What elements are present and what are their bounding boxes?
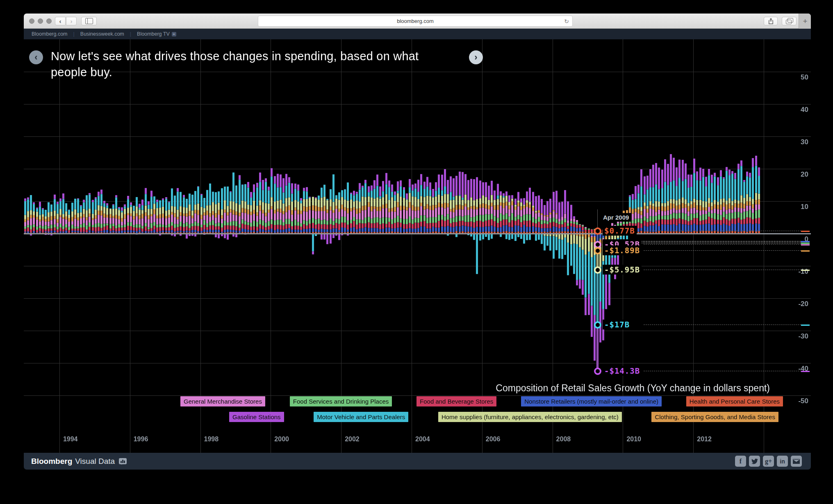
- callout-leader-gasoline: [644, 371, 801, 371]
- chevron-left-icon: ‹: [34, 52, 37, 63]
- y-axis-tick-label: 10: [784, 203, 808, 211]
- google-plus-icon[interactable]: g+: [763, 456, 774, 467]
- edge-tick-health: [801, 231, 810, 232]
- social-buttons: f g+ in: [735, 456, 802, 467]
- x-axis-tick-label: 2006: [486, 436, 501, 443]
- nav-separator: |: [130, 31, 131, 37]
- site-nav: Bloomberg.com | Businessweek.com | Bloom…: [24, 29, 811, 39]
- footer-bar: Bloomberg Visual Data f g+ in: [24, 453, 811, 470]
- edge-tick-gasoline: [801, 371, 810, 372]
- forward-button[interactable]: ›: [66, 17, 77, 25]
- x-axis-tick-label: 2012: [697, 436, 712, 443]
- x-axis-tick-label: 1996: [134, 436, 148, 443]
- edge-tick-homesup: [801, 270, 810, 271]
- legend-chip-genmerch[interactable]: General Merchandise Stores: [180, 396, 265, 406]
- callout-leader-clothing: [644, 250, 801, 251]
- nav-link-bloomberg-tv[interactable]: Bloomberg TV: [137, 31, 170, 37]
- x-axis-tick-label: 1994: [63, 436, 78, 443]
- sidebar-button[interactable]: [81, 17, 97, 25]
- minimize-window-button[interactable]: [38, 18, 43, 24]
- y-axis-tick-label: -30: [784, 332, 808, 341]
- browser-window: ‹ › bloomberg.com ↻ + Bloomberg.com | Bu…: [24, 14, 811, 470]
- zoom-window-button[interactable]: [46, 18, 52, 24]
- previous-story-button[interactable]: ‹: [29, 50, 43, 64]
- callout-leader-motor: [644, 325, 801, 325]
- nav-separator: |: [73, 31, 75, 37]
- legend-chip-health[interactable]: Health and Personal Care Stores: [686, 396, 783, 406]
- narrative-text: Now let's see what drives those changes …: [51, 48, 455, 80]
- linkedin-icon[interactable]: in: [777, 456, 788, 467]
- forward-chevron-icon: ›: [71, 18, 73, 25]
- email-icon[interactable]: [791, 456, 802, 467]
- callout-marker-clothing: [594, 247, 601, 254]
- brand-bloomberg: Bloomberg: [31, 457, 72, 466]
- callout-value-clothing: -$1.89B: [603, 245, 642, 255]
- edge-tick-motor: [801, 325, 810, 326]
- screen: { "browser": { "url": "bloomberg.com", "…: [0, 0, 833, 504]
- nav-link-businessweek[interactable]: Businessweek.com: [80, 31, 124, 37]
- y-axis-tick-label: -50: [784, 397, 808, 405]
- callout-leader-foodserv: [623, 243, 801, 243]
- x-axis-tick-label: 2008: [556, 436, 571, 443]
- share-icon: [768, 18, 774, 24]
- x-axis-tick-label: 2002: [345, 436, 360, 443]
- x-axis-tick-label: 2004: [415, 436, 430, 443]
- twitter-icon[interactable]: [749, 456, 760, 467]
- back-chevron-icon: ‹: [59, 18, 61, 25]
- legend-chip-motor[interactable]: Motor Vehicle and Parts Dealers: [314, 412, 408, 422]
- legend-chip-homesup[interactable]: Home supplies (furniture, appliances, el…: [438, 412, 622, 422]
- address-bar[interactable]: bloomberg.com ↻: [258, 16, 573, 27]
- legend-chip-foodserv[interactable]: Food Services and Drinking Places: [290, 396, 392, 406]
- footer-brand: Bloomberg Visual Data: [31, 457, 127, 466]
- edge-tick-foodserv: [801, 243, 810, 244]
- callout-value-health: $0.77B: [603, 226, 637, 236]
- address-url: bloomberg.com: [397, 18, 434, 24]
- visual-data-chart-bubble-icon: [119, 458, 127, 464]
- callout-value-gasoline: -$14.3B: [603, 366, 642, 376]
- edge-tick-nonstore: [801, 241, 810, 242]
- y-axis-tick-label: -10: [784, 268, 808, 276]
- callout-leader-homesup: [644, 270, 801, 270]
- chevron-right-icon: ›: [474, 52, 477, 63]
- edge-tick-clothing: [801, 250, 810, 252]
- legend-chip-clothing[interactable]: Clothing, Sporting Goods, and Media Stor…: [651, 412, 778, 422]
- edge-tick-genmerch: [801, 244, 810, 245]
- sidebar-icon: [85, 18, 93, 24]
- y-axis-tick-label: 30: [784, 138, 808, 146]
- legend-chip-gasoline[interactable]: Gasoline Stations: [229, 412, 284, 422]
- reload-icon[interactable]: ↻: [564, 18, 569, 25]
- callout-leader-nonstore: [623, 241, 801, 242]
- new-tab-button[interactable]: +: [799, 14, 811, 29]
- plus-icon: +: [803, 17, 807, 26]
- callout-value-motor: -$17B: [603, 320, 631, 329]
- x-axis-tick-label: 2000: [274, 436, 289, 443]
- y-axis-tick-label: 50: [784, 73, 808, 82]
- y-axis-tick-label: 20: [784, 170, 808, 179]
- callout-marker-motor: [594, 321, 601, 329]
- x-axis-tick-label: 2010: [626, 436, 641, 443]
- browser-toolbar: ‹ › bloomberg.com ↻ +: [24, 14, 811, 29]
- nav-link-bloomberg[interactable]: Bloomberg.com: [32, 31, 68, 37]
- facebook-icon[interactable]: f: [735, 456, 746, 467]
- y-axis-tick-label: -20: [784, 300, 808, 308]
- next-story-button[interactable]: ›: [469, 50, 483, 64]
- legend-chip-foodbev[interactable]: Food and Beverage Stores: [416, 396, 496, 406]
- callout-marker-homesup: [594, 266, 601, 274]
- close-window-button[interactable]: [29, 18, 34, 24]
- legend-chip-nonstore[interactable]: Nonstore Retailers (mostly mail-order an…: [521, 396, 662, 406]
- legend-row-2: Gasoline StationsMotor Vehicle and Parts…: [229, 412, 778, 422]
- tabs-icon: [786, 20, 792, 24]
- x-axis-tick-label: 1998: [204, 436, 219, 443]
- highlight-date-label: Apr 2009: [601, 213, 631, 222]
- tab-overview-button[interactable]: [782, 17, 797, 25]
- chart-title: Composition of Retail Sales Growth (YoY …: [496, 383, 770, 394]
- callout-value-homesup: -$5.95B: [603, 265, 642, 275]
- back-button[interactable]: ‹: [55, 17, 66, 25]
- legend-row-1: General Merchandise StoresFood Services …: [180, 396, 783, 406]
- expand-plus-icon[interactable]: +: [172, 32, 176, 36]
- chart-area: ‹ Now let's see what drives those change…: [24, 39, 811, 453]
- callout-marker-gasoline: [594, 368, 601, 375]
- share-button[interactable]: [764, 17, 778, 25]
- brand-visual-data: Visual Data: [75, 457, 115, 466]
- callout-leader-health: [644, 231, 801, 231]
